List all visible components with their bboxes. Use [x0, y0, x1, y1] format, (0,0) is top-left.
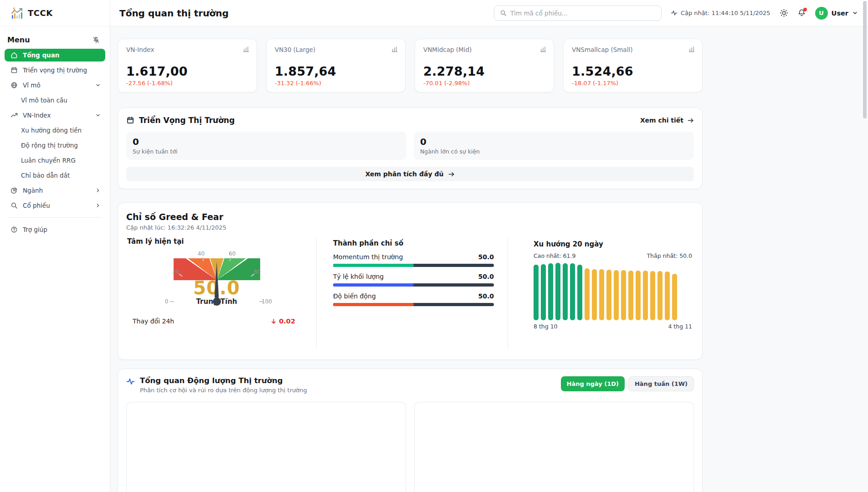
notification-badge: [803, 8, 807, 11]
component-label: Độ biến động: [333, 292, 376, 300]
greed-fear-updated: Cập nhật lúc: 16:32:26 4/11/2025: [126, 224, 702, 231]
index-value: 2.278,14: [423, 64, 545, 78]
component-value: 50.0: [478, 292, 494, 300]
topbar: Tổng quan thị trường Cập nhật: 11:44:10 …: [110, 0, 868, 26]
sidebar-item-xu-huong-dong-tien[interactable]: Xu hướng dòng tiền: [5, 124, 105, 137]
component-row-momentum: Momentum thị trường 50.0: [333, 253, 494, 267]
sidebar-item-label: Tổng quan: [23, 51, 101, 59]
main-content: VN-Index 1.617,00 -27.56 (-1.68%) VN30 (…: [110, 26, 710, 492]
stat-label: Sự kiện tuần tới: [133, 148, 400, 155]
sidebar-item-tro-giup[interactable]: Trợ giúp: [5, 223, 105, 236]
sidebar-item-vn-index[interactable]: VN-Index: [5, 109, 105, 122]
index-name: VNSmallcap (Small): [572, 46, 694, 53]
trend-bar: [606, 270, 611, 320]
page-title: Tổng quan thị trường: [119, 8, 229, 19]
sidebar-item-label: Trợ giúp: [23, 226, 101, 233]
home-icon: [10, 51, 18, 59]
market-outlook-panel: Triển Vọng Thị Trường Xem chi tiết 0 Sự …: [118, 108, 703, 189]
sidebar-item-chi-bao-dan-dat[interactable]: Chỉ báo dẫn dắt: [5, 169, 105, 182]
chevron-down-icon: [95, 82, 101, 88]
index-value: 1.857,64: [275, 64, 397, 78]
weekly-toggle-button[interactable]: Hàng tuần (1W): [628, 376, 694, 391]
sidebar-item-do-rong-thi-truong[interactable]: Độ rộng thị trường: [5, 139, 105, 152]
scrollbar-thumb[interactable]: [863, 1, 867, 118]
trend-bar: [585, 268, 590, 320]
outlook-stat-sectors: 0 Ngành lớn có sự kiện: [414, 132, 694, 160]
arrow-right-icon: [448, 171, 455, 178]
index-name: VN30 (Large): [275, 46, 397, 53]
trend-title: Xu hướng 20 ngày: [534, 240, 692, 248]
menu-divider: [8, 217, 102, 218]
search-input[interactable]: [510, 10, 656, 17]
sun-icon: [780, 9, 788, 17]
trend-axis-end: 4 thg 11: [668, 323, 692, 330]
page-scrollbar[interactable]: [863, 0, 867, 492]
components-column: Thành phần chỉ số Momentum thị trường 50…: [316, 237, 508, 348]
user-name: User: [832, 10, 848, 17]
greed-fear-panel: Chỉ số Greed & Fear Cập nhật lúc: 16:32:…: [118, 202, 703, 360]
trend-bar: [548, 263, 553, 320]
index-card-vnmidcap[interactable]: VNMidcap (Mid) 2.278,14 -70.01 (-2.98%): [415, 39, 554, 92]
gauge-tick-label: 40: [198, 251, 205, 257]
trend-bar: [570, 263, 575, 320]
index-card-vnsmallcap[interactable]: VNSmallcap (Small) 1.524,66 -18.07 (-1.1…: [563, 39, 703, 92]
sidebar-item-label: Chỉ báo dẫn dắt: [21, 172, 101, 179]
bar-chart-icon: [688, 46, 695, 53]
component-bar: [333, 303, 494, 306]
notifications-button[interactable]: [797, 9, 806, 17]
change-24h-label: Thay đổi 24h: [133, 318, 174, 325]
outlook-full-analysis-button[interactable]: Xem phân tích đầy đủ: [126, 167, 694, 181]
component-row-volume: Tỷ lệ khối lượng 50.0: [333, 273, 494, 287]
search-icon: [10, 202, 18, 209]
tcck-logo-icon: $: [11, 7, 24, 20]
chevron-down-icon: [852, 10, 858, 16]
outlook-detail-link[interactable]: Xem chi tiết: [640, 117, 694, 124]
trend-bar: [599, 269, 604, 320]
index-card-vn30[interactable]: VN30 (Large) 1.857,64 -31.32 (-1.66%): [266, 39, 406, 92]
trend-column: Xu hướng 20 ngày Cao nhất: 61.9 Thấp nhấ…: [508, 237, 702, 348]
outlook-stat-events: 0 Sự kiện tuần tới: [126, 132, 406, 160]
component-row-volatility: Độ biến động 50.0: [333, 292, 494, 306]
stock-search-box[interactable]: [494, 5, 662, 21]
momentum-subcard-left: [126, 402, 406, 492]
index-change: -70.01 (-2.98%): [423, 80, 545, 87]
sidebar-item-nganh[interactable]: Ngành: [5, 184, 105, 197]
index-change: -18.07 (-1.17%): [572, 80, 694, 87]
theme-toggle-button[interactable]: [780, 9, 788, 17]
pin-off-icon[interactable]: [92, 36, 100, 44]
sidebar-item-label: Ngành: [23, 187, 90, 194]
trend-bar: [672, 274, 677, 320]
sidebar-item-label: Vĩ mô toàn cầu: [21, 97, 101, 104]
component-value: 50.0: [478, 273, 494, 280]
sidebar-item-label: VN-Index: [23, 112, 90, 119]
trend-bar: [636, 271, 641, 320]
sidebar-item-co-phieu[interactable]: Cổ phiếu: [5, 199, 105, 212]
trending-up-icon: [10, 112, 18, 119]
sidebar-item-vi-mo[interactable]: Vĩ mô: [5, 79, 105, 92]
sidebar-item-trien-vong[interactable]: Triển vọng thị trường: [5, 64, 105, 77]
daily-toggle-button[interactable]: Hàng ngày (1D): [561, 376, 625, 391]
avatar: U: [815, 7, 828, 20]
trend-bar: [614, 270, 619, 320]
chevron-right-icon: [95, 188, 101, 193]
sidebar-item-luan-chuyen-rrg[interactable]: Luân chuyển RRG: [5, 154, 105, 167]
momentum-panel: Tổng quan Động lượng Thị trường Phân tíc…: [118, 369, 703, 492]
trend-bar: [592, 269, 597, 320]
index-cards-row: VN-Index 1.617,00 -27.56 (-1.68%) VN30 (…: [118, 39, 703, 92]
bar-chart-icon: [391, 46, 398, 53]
sidebar-item-tong-quan[interactable]: Tổng quan: [5, 49, 105, 62]
bar-chart-icon: [242, 46, 250, 53]
component-label: Tỷ lệ khối lượng: [333, 273, 384, 280]
trend-bar: [643, 271, 648, 320]
trend-bar: [657, 271, 663, 320]
index-card-vnindex[interactable]: VN-Index 1.617,00 -27.56 (-1.68%): [118, 39, 257, 92]
trend-bar: [621, 270, 626, 320]
user-menu[interactable]: U User: [815, 7, 858, 20]
sidebar-item-vi-mo-toan-cau[interactable]: Vĩ mô toàn cầu: [5, 94, 105, 107]
trend-bar: [563, 263, 568, 320]
momentum-subtitle: Phân tích cơ hội và rủi ro dựa trên động…: [140, 387, 307, 394]
gauge-needle-hub: [213, 297, 221, 306]
chevron-down-icon: [95, 113, 101, 118]
activity-icon: [671, 10, 678, 16]
index-name: VN-Index: [126, 46, 248, 53]
